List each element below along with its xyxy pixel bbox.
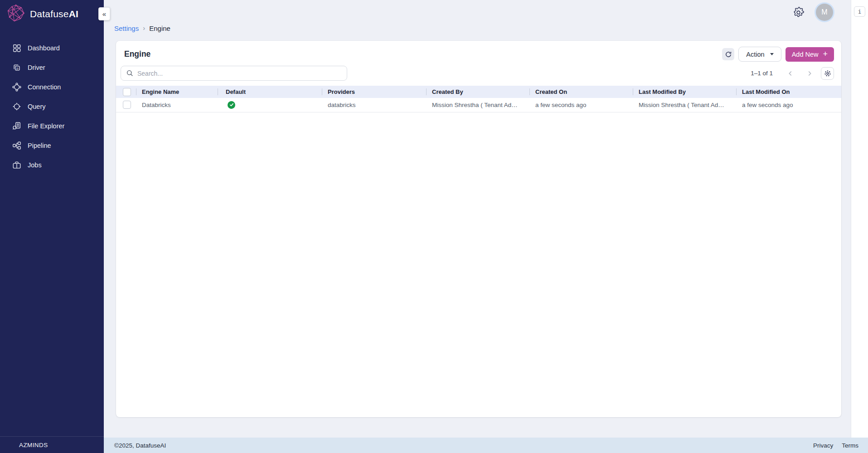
header-actions: Action Add New + (722, 47, 834, 62)
page-title: Engine (124, 49, 150, 59)
column-header-engine-name: Engine Name (136, 86, 218, 98)
breadcrumb-settings-link[interactable]: Settings (114, 24, 139, 32)
cell-providers: databricks (322, 98, 426, 112)
card-header: Engine Action Add New + (116, 41, 841, 64)
brand-logo: DatafuseAI (0, 0, 104, 28)
page-footer: ©2025, DatafuseAI Privacy Terms (104, 438, 868, 453)
query-icon (12, 102, 21, 111)
sidebar-item-dashboard[interactable]: Dashboard (0, 38, 104, 58)
select-all-checkbox[interactable] (123, 88, 131, 96)
cell-engine-name: Databricks (136, 98, 218, 112)
cell-created-by: Mission Shrestha ( Tenant Ad… (426, 98, 529, 112)
column-header-providers: Providers (322, 86, 426, 98)
breadcrumb-current: Engine (149, 24, 170, 32)
table-settings-button[interactable] (821, 67, 834, 80)
pagination: 1–1 of 1 (751, 67, 834, 80)
connection-icon (12, 82, 21, 92)
cell-last-modified-by: Mission Shrestha ( Tenant Ad… (633, 98, 736, 112)
sidebar-item-driver[interactable]: p Driver (0, 58, 104, 77)
sidebar-item-pipeline[interactable]: Pipeline (0, 136, 104, 155)
topbar: M (104, 0, 851, 22)
sidebar-item-label: Dashboard (28, 44, 60, 52)
column-header-created-on: Created On (529, 86, 633, 98)
sidebar-item-label: Jobs (28, 161, 42, 169)
sidebar-item-file-explorer[interactable]: File Explorer (0, 116, 104, 136)
sidebar-item-connection[interactable]: Connection (0, 77, 104, 97)
main-content: M Settings › Engine Engine Action (104, 0, 851, 438)
action-dropdown[interactable]: Action (738, 47, 781, 62)
action-label: Action (746, 51, 764, 58)
search-input[interactable] (137, 70, 341, 77)
table-toolbar: 1–1 of 1 (116, 64, 841, 86)
right-panel: i (851, 0, 868, 438)
next-page-button[interactable] (802, 68, 817, 78)
column-header-last-modified-on: Last Modified On (736, 86, 841, 98)
sidebar-item-query[interactable]: Query (0, 97, 104, 116)
jobs-icon (12, 160, 21, 170)
table-row[interactable]: Databricks databricks Mission Shrestha (… (116, 98, 841, 112)
sidebar-collapse-button[interactable]: « (98, 7, 110, 20)
search-icon (126, 70, 133, 77)
pipeline-icon (12, 141, 21, 150)
sidebar: DatafuseAI Dashboard p Driver (0, 0, 104, 453)
breadcrumb: Settings › Engine (114, 24, 170, 32)
row-checkbox[interactable] (123, 101, 131, 109)
cell-created-on: a few seconds ago (529, 98, 633, 112)
chevron-right-icon: › (143, 24, 145, 32)
sidebar-item-jobs[interactable]: Jobs (0, 155, 104, 175)
avatar[interactable]: M (816, 4, 833, 21)
file-explorer-icon (12, 121, 21, 131)
engine-table: Engine Name Default Providers Created By… (116, 86, 841, 112)
brand-name: DatafuseAI (30, 9, 78, 19)
plus-icon: + (823, 50, 828, 58)
svg-text:p: p (16, 66, 18, 70)
column-header-last-modified-by: Last Modified By (633, 86, 736, 98)
chevron-down-icon (770, 53, 774, 55)
engine-card: Engine Action Add New + (116, 41, 841, 417)
sidebar-footer-text: AZMINDS (19, 442, 48, 448)
sidebar-item-label: File Explorer (28, 122, 64, 130)
dashboard-icon (12, 43, 21, 53)
brand-logo-icon (6, 4, 25, 24)
footer-links: Privacy Terms (813, 442, 858, 449)
copyright-text: ©2025, DatafuseAI (114, 442, 166, 449)
column-header-default: Default (218, 86, 322, 98)
sidebar-footer: AZMINDS (0, 436, 104, 453)
add-new-button[interactable]: Add New + (786, 47, 834, 62)
previous-page-button[interactable] (783, 68, 798, 78)
terms-link[interactable]: Terms (842, 442, 858, 449)
sidebar-nav: Dashboard p Driver Connection (0, 28, 104, 175)
sidebar-item-label: Pipeline (28, 142, 51, 149)
sidebar-item-label: Query (28, 103, 46, 110)
driver-icon: p (12, 63, 21, 72)
privacy-link[interactable]: Privacy (813, 442, 833, 449)
sidebar-item-label: Connection (28, 83, 61, 91)
column-header-created-by: Created By (426, 86, 529, 98)
add-new-label: Add New (792, 51, 819, 58)
cell-last-modified-on: a few seconds ago (736, 98, 841, 112)
settings-gear-button[interactable] (793, 7, 804, 18)
sidebar-item-label: Driver (28, 64, 45, 71)
info-button[interactable]: i (854, 6, 865, 17)
default-check-icon (228, 101, 235, 109)
refresh-button[interactable] (722, 48, 734, 60)
pagination-range: 1–1 of 1 (751, 70, 773, 77)
search-input-wrapper (121, 66, 347, 81)
table-header-row: Engine Name Default Providers Created By… (116, 86, 841, 98)
